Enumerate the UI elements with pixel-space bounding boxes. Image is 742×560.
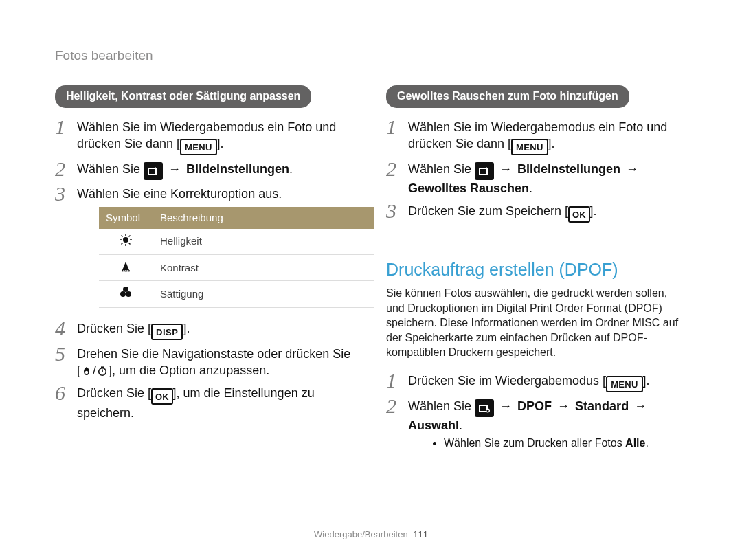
svg-point-26 <box>486 410 488 412</box>
edit-icon <box>475 162 494 180</box>
symbol-table: Symbol Beschreibung Helligkeit <box>99 207 374 308</box>
table-row: ACB Kontrast <box>99 255 374 281</box>
ok-button-icon: OK <box>568 206 590 223</box>
macro-icon <box>80 365 93 377</box>
svg-line-20 <box>106 368 106 368</box>
step-text: ]. <box>183 322 190 335</box>
arrow-text: → <box>552 399 575 413</box>
step-text: Drücken Sie im Wiedergabemodus [ <box>408 374 606 388</box>
footer-section: Wiedergabe/Bearbeiten <box>314 529 408 539</box>
table-cell: Helligkeit <box>153 229 374 255</box>
saturation-icon <box>119 285 133 299</box>
svg-point-16 <box>85 371 88 374</box>
menu-path: Auswahl <box>408 418 459 432</box>
svg-line-10 <box>129 235 131 236</box>
svg-point-13 <box>123 287 128 292</box>
header-divider <box>55 69 687 69</box>
left-column: Helligkeit, Kontrast oder Sättigung anpa… <box>55 82 356 453</box>
step-text: . <box>529 181 532 195</box>
pill-adjust-brightness: Helligkeit, Kontrast oder Sättigung anpa… <box>55 85 311 108</box>
ok-button-icon: OK <box>151 388 173 405</box>
step-text: ], um die Option anzupassen. <box>109 363 269 377</box>
step-text: Wählen Sie eine Korrekturoption aus. <box>77 187 282 201</box>
menu-path: DPOF <box>517 399 552 413</box>
step: Wählen Sie im Wiedergabemodus ein Foto u… <box>386 116 687 159</box>
step: Drücken Sie [OK], um die Einstellungen z… <box>55 382 356 425</box>
step-text: Wählen Sie <box>408 399 475 413</box>
arrow-text: → <box>494 399 517 413</box>
step: Wählen Sie → Bildeinstellungen. <box>55 158 356 183</box>
page-footer: Wiedergabe/Bearbeiten 111 <box>0 528 742 541</box>
svg-point-15 <box>126 291 131 297</box>
breadcrumb: Fotos bearbeiten <box>55 47 153 65</box>
arrow-text: → <box>629 399 649 413</box>
step-text: ]. <box>643 374 650 388</box>
arrow-text: → <box>494 162 517 176</box>
step: Wählen Sie → Bildeinstellungen → Gewollt… <box>386 158 687 199</box>
table-cell: Sättigung <box>153 281 374 307</box>
step: Wählen Sie → DPOF → Standard → Auswahl. … <box>386 395 687 453</box>
svg-rect-24 <box>480 406 486 411</box>
svg-line-7 <box>122 235 123 236</box>
step-text: ]. <box>590 204 597 218</box>
bullet-text: Wählen Sie zum Drucken aller Fotos <box>444 437 625 449</box>
section-heading-dpof: Druckauftrag erstellen (DPOF) <box>386 258 687 282</box>
step-text: Drücken Sie zum Speichern [ <box>408 204 568 218</box>
step: Drücken Sie [DISP]. <box>55 317 356 344</box>
section-body: Sie können Fotos auswählen, die gedruckt… <box>386 286 687 360</box>
step: Wählen Sie im Wiedergabemodus ein Foto u… <box>55 116 356 159</box>
bullet: Wählen Sie zum Drucken aller Fotos Alle. <box>444 436 687 451</box>
footer-page-number: 111 <box>413 529 428 539</box>
svg-line-8 <box>129 243 131 244</box>
svg-line-9 <box>122 243 123 244</box>
step-text: ]. <box>548 137 555 150</box>
svg-rect-1 <box>149 169 155 174</box>
menu-path: Bildeinstellungen <box>517 162 620 176</box>
menu-path: Bildeinstellungen <box>186 162 289 176</box>
arrow-text: → <box>163 162 186 176</box>
settings-icon <box>475 399 494 417</box>
pill-add-noise: Gewolltes Rauschen zum Foto hinzufügen <box>386 85 629 108</box>
svg-point-14 <box>120 291 126 297</box>
step: Drücken Sie im Wiedergabemodus [MENU]. <box>386 370 687 396</box>
bullet-text: . <box>645 437 648 449</box>
step-text: Wählen Sie <box>77 162 144 176</box>
table-cell: Kontrast <box>153 255 374 281</box>
timer-icon <box>96 365 109 377</box>
contrast-icon: ACB <box>119 259 133 273</box>
step-text: . <box>289 162 293 176</box>
step-text: ]. <box>217 137 224 150</box>
disp-button-icon: DISP <box>151 324 183 340</box>
menu-path: Gewolltes Rauschen <box>408 181 529 195</box>
arrow-text: → <box>620 162 640 176</box>
step-text: . <box>459 418 462 432</box>
svg-rect-22 <box>480 169 486 174</box>
menu-path: Standard <box>575 399 629 413</box>
bullet-bold: Alle <box>625 437 645 449</box>
step-text: Drücken Sie [ <box>77 322 151 335</box>
svg-point-2 <box>123 237 128 243</box>
step-text: Wählen Sie <box>408 162 475 176</box>
menu-button-icon: MENU <box>180 139 216 155</box>
brightness-icon <box>119 233 133 247</box>
menu-button-icon: MENU <box>511 139 548 155</box>
edit-icon <box>144 162 163 180</box>
step: Drehen Sie die Navigationstaste oder drü… <box>55 343 356 382</box>
step: Drücken Sie zum Speichern [OK]. <box>386 200 687 226</box>
svg-text:ACB: ACB <box>122 270 129 273</box>
step-text: Drücken Sie [ <box>77 386 151 400</box>
right-column: Gewolltes Rauschen zum Foto hinzufügen W… <box>386 82 687 453</box>
menu-button-icon: MENU <box>606 376 642 392</box>
table-header: Symbol <box>99 207 153 229</box>
table-row: Sättigung <box>99 281 374 307</box>
step: Wählen Sie eine Korrekturoption aus. Sym… <box>55 183 356 317</box>
table-row: Helligkeit <box>99 229 374 255</box>
table-header: Beschreibung <box>153 207 374 229</box>
